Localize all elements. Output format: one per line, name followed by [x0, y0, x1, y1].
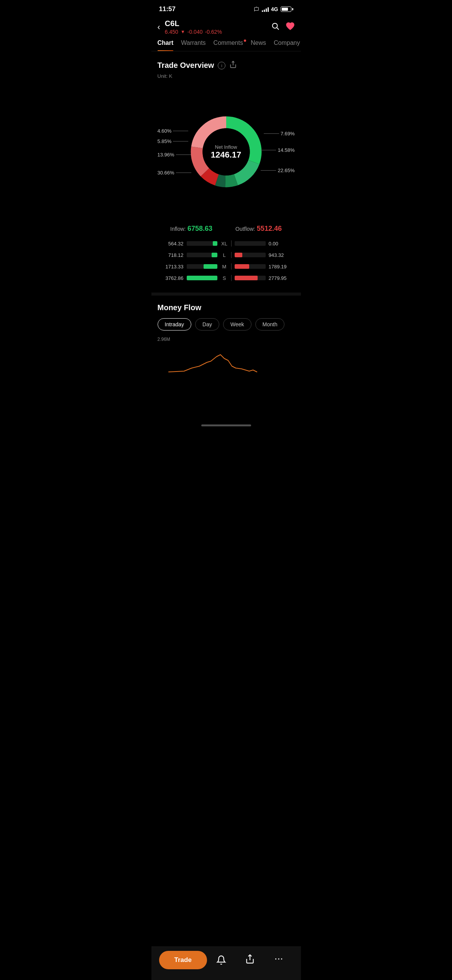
- bar-left-xl: [187, 241, 218, 246]
- signal-bars: [262, 7, 269, 12]
- bar-right-s: [235, 276, 266, 280]
- back-button[interactable]: ‹: [158, 22, 160, 32]
- svg-point-15: [281, 958, 282, 959]
- stock-symbol: C6L: [165, 19, 222, 28]
- header-left: ‹ C6L 6.450 ▼ -0.040 -0.62%: [158, 19, 222, 35]
- share-icon: [245, 954, 255, 964]
- tab-news[interactable]: News: [251, 39, 266, 51]
- inflow-item: Inflow: 6758.63: [170, 225, 212, 233]
- notification-icon: [253, 6, 260, 12]
- svg-point-13: [275, 958, 276, 959]
- stock-price-row: 6.450 ▼ -0.040 -0.62%: [165, 29, 222, 35]
- trade-button[interactable]: Trade: [159, 951, 207, 969]
- money-flow-chart: [158, 345, 295, 376]
- bar-cat-s: S: [220, 275, 228, 281]
- stock-price: 6.450: [165, 29, 178, 35]
- comments-notification-dot: [244, 39, 246, 42]
- bar-inflow-m: 1713.33: [161, 264, 184, 270]
- section-divider: [151, 293, 301, 296]
- right-labels: 7.69% 14.58% 22.65%: [260, 87, 295, 217]
- donut-chart: Net Inflow 1246.17: [184, 110, 268, 194]
- tab-chart[interactable]: Chart: [158, 39, 174, 51]
- bar-rows: 564.32 XL 0.00 718.12 L 943.32: [158, 240, 295, 281]
- status-right: 4G 79: [253, 6, 293, 12]
- price-change-pct: -0.62%: [205, 29, 222, 35]
- bar-inflow-l: 718.12: [161, 252, 184, 258]
- bar-right-m: [235, 264, 266, 269]
- price-arrow: ▼: [181, 29, 185, 35]
- outflow-item: Outflow: 5512.46: [235, 225, 282, 233]
- section-header: Trade Overview i: [158, 61, 295, 70]
- favorite-button[interactable]: [286, 22, 295, 33]
- status-bar: 11:57 4G 79: [151, 0, 301, 16]
- trade-overview-section: Trade Overview i Unit: K 4.60% 5.85% 13.…: [151, 51, 301, 293]
- period-tab-day[interactable]: Day: [195, 318, 219, 331]
- money-flow-title: Money Flow: [158, 303, 295, 312]
- bar-inflow-xl: 564.32: [161, 241, 184, 247]
- home-bar: [201, 424, 251, 426]
- status-time: 11:57: [159, 5, 176, 13]
- tab-comments[interactable]: Comments: [214, 39, 243, 51]
- period-tab-month[interactable]: Month: [255, 318, 285, 331]
- bar-left-s: [187, 276, 218, 280]
- battery: 79: [281, 7, 293, 12]
- bar-outflow-l: 943.32: [269, 252, 292, 258]
- bar-outflow-s: 2779.95: [269, 275, 292, 281]
- svg-line-2: [277, 28, 279, 30]
- bar-cat-xl: XL: [220, 241, 228, 247]
- label-1458: 14.58%: [261, 147, 294, 153]
- bar-row-l: 718.12 L 943.32: [161, 252, 292, 258]
- bar-right-xl: [235, 241, 266, 246]
- nav-tabs: Chart Warrants Comments News Company: [151, 39, 301, 51]
- bottom-spacer: [151, 382, 301, 420]
- header: ‹ C6L 6.450 ▼ -0.040 -0.62%: [151, 16, 301, 39]
- share-button[interactable]: [229, 61, 237, 70]
- bell-icon: [216, 955, 226, 965]
- search-button[interactable]: [271, 22, 279, 32]
- info-button[interactable]: i: [218, 62, 225, 69]
- toolbar-icons: [207, 951, 293, 969]
- flow-summary: Inflow: 6758.63 Outflow: 5512.46: [158, 225, 295, 233]
- home-indicator: [151, 420, 301, 433]
- bar-row-m: 1713.33 M 1789.19: [161, 263, 292, 270]
- share-button-toolbar[interactable]: [242, 951, 258, 969]
- header-right: [271, 22, 295, 33]
- trade-overview-title: Trade Overview: [158, 61, 214, 70]
- bar-row-xl: 564.32 XL 0.00: [161, 240, 292, 247]
- period-tab-intraday[interactable]: Intraday: [158, 318, 192, 331]
- unit-label: Unit: K: [158, 73, 295, 79]
- chart-max-label: 2.96M: [158, 337, 295, 342]
- bar-row-s: 3762.86 S 2779.95: [161, 275, 292, 281]
- bar-inflow-s: 3762.86: [161, 275, 184, 281]
- period-tabs: Intraday Day Week Month: [158, 318, 295, 331]
- money-flow-section: Money Flow Intraday Day Week Month 2.96M: [151, 296, 301, 382]
- donut-center: Net Inflow 1246.17: [211, 144, 242, 160]
- svg-point-14: [278, 958, 279, 959]
- tab-warrants[interactable]: Warrants: [181, 39, 205, 51]
- more-icon: [274, 954, 284, 964]
- bar-outflow-m: 1789.19: [269, 264, 292, 270]
- more-button[interactable]: [271, 951, 287, 969]
- tab-company[interactable]: Company: [274, 39, 300, 51]
- bar-right-l: [235, 253, 266, 257]
- label-2265: 22.65%: [261, 168, 294, 173]
- price-change: -0.040: [187, 29, 203, 35]
- svg-point-1: [272, 23, 277, 28]
- donut-chart-area: 4.60% 5.85% 13.96% 30.66%: [158, 87, 295, 217]
- bottom-toolbar: Trade: [151, 946, 301, 980]
- money-flow-sparkline: [158, 345, 295, 376]
- bar-outflow-xl: 0.00: [269, 241, 292, 247]
- network-label: 4G: [271, 6, 278, 12]
- bar-cat-m: M: [220, 264, 228, 270]
- period-tab-week[interactable]: Week: [223, 318, 251, 331]
- stock-info: C6L 6.450 ▼ -0.040 -0.62%: [165, 19, 222, 35]
- alert-button[interactable]: [213, 952, 229, 968]
- bar-left-m: [187, 264, 218, 269]
- bar-cat-l: L: [220, 252, 228, 258]
- label-769: 7.69%: [264, 131, 295, 136]
- bar-left-l: [187, 253, 218, 257]
